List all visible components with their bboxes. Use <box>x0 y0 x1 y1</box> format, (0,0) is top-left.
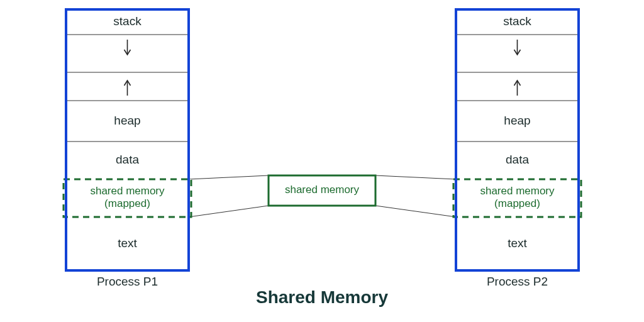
process-2: stackheapdatashared memory(mapped)textPr… <box>453 9 581 288</box>
stack-label: stack <box>113 14 142 28</box>
text-label: text <box>118 236 137 250</box>
data-label: data <box>116 153 139 166</box>
svg-line-3 <box>375 206 456 217</box>
text-label: text <box>508 236 527 250</box>
shared-label-2: (mapped) <box>494 197 540 209</box>
shared-label-1: shared memory <box>480 185 555 197</box>
shared-label-2: (mapped) <box>104 197 150 209</box>
svg-line-1 <box>189 206 269 217</box>
svg-line-0 <box>189 175 269 179</box>
shared-memory-label: shared memory <box>285 184 360 196</box>
diagram-title: Shared Memory <box>256 287 388 307</box>
process-title: Process P2 <box>487 275 548 288</box>
heap-label: heap <box>504 114 530 127</box>
shared-memory-block: shared memory <box>269 175 375 206</box>
shared-label-1: shared memory <box>90 185 165 197</box>
process-title: Process P1 <box>97 275 158 288</box>
stack-label: stack <box>503 14 531 28</box>
data-label: data <box>506 153 529 166</box>
process-1: stackheapdatashared memory(mapped)textPr… <box>64 9 191 288</box>
svg-line-2 <box>375 175 456 179</box>
heap-label: heap <box>114 114 140 127</box>
